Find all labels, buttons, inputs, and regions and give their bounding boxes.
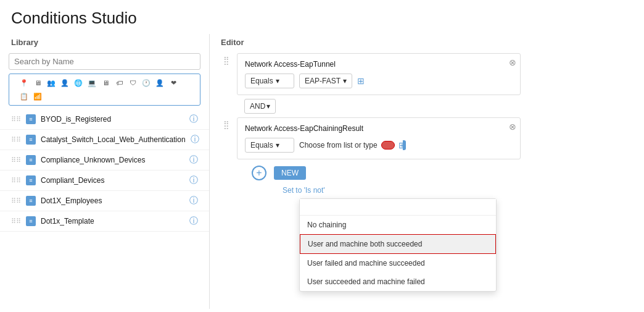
item-name-4: Compliant_Devices bbox=[41, 176, 184, 185]
clock-icon[interactable]: 🕐 bbox=[140, 77, 152, 89]
dropdown-item-2[interactable]: User and machine both succeeded bbox=[300, 234, 496, 254]
group-icon[interactable]: 👤 bbox=[59, 77, 71, 89]
desktop-icon[interactable]: 💻 bbox=[86, 77, 98, 89]
drag-handle-card-2[interactable]: ⣿ bbox=[221, 117, 232, 132]
dropdown-search-input[interactable] bbox=[300, 199, 496, 216]
close-card-1-button[interactable]: ⊗ bbox=[509, 57, 516, 67]
item-name-6: Dot1x_Template bbox=[41, 217, 184, 226]
dropdown-item-3[interactable]: User failed and machine succeeded bbox=[300, 254, 496, 272]
item-icon-1: ≡ bbox=[26, 114, 36, 124]
list-item[interactable]: ⠿⠿ ≡ Dot1x_Template ⓘ bbox=[0, 211, 209, 232]
dropdown-item-4[interactable]: User succeeded and machine failed bbox=[300, 272, 496, 291]
grid-icon-1[interactable]: ⊞ bbox=[357, 76, 365, 86]
item-name-5: Dot1X_Employees bbox=[41, 196, 184, 205]
set-is-not-link[interactable]: Set to 'Is not' bbox=[252, 186, 325, 195]
condition-2-attribute: Network Access-EapChainingResult bbox=[245, 124, 513, 133]
and-chevron-icon: ▾ bbox=[266, 102, 270, 111]
condition-2-operator-dropdown[interactable]: Equals ▾ bbox=[245, 138, 294, 153]
add-condition-row: + NEW bbox=[221, 166, 633, 180]
drag-handle-4[interactable]: ⠿⠿ bbox=[11, 177, 21, 185]
editor-content: ⣿ ⊗ Network Access-EapTunnel Equals ▾ EA… bbox=[221, 53, 633, 309]
dropdown-item-1[interactable]: No chaining bbox=[300, 216, 496, 234]
drag-handle-card-1[interactable]: ⣿ bbox=[221, 53, 232, 67]
users-icon[interactable]: 👥 bbox=[45, 77, 57, 89]
chevron-down-icon: ▾ bbox=[276, 77, 279, 85]
highlight-bar bbox=[403, 140, 406, 150]
item-info-6[interactable]: ⓘ bbox=[189, 216, 198, 227]
list-item[interactable]: ⠿⠿ ≡ Compliant_Devices ⓘ bbox=[0, 171, 209, 191]
person-icon[interactable]: 👤 bbox=[154, 77, 166, 89]
item-name-2: Catalyst_Switch_Local_Web_Authentication bbox=[41, 135, 186, 144]
choose-from-list-label: Choose from list or type bbox=[299, 141, 378, 150]
item-icon-3: ≡ bbox=[26, 155, 36, 165]
library-panel: Library 📍 🖥 👥 👤 🌐 💻 🖥 🏷 🛡 🕐 👤 ❤ 📋 📶 ⠿⠿ ≡… bbox=[0, 34, 210, 309]
drag-handle-1[interactable]: ⠿⠿ bbox=[11, 116, 21, 124]
drag-handle-2[interactable]: ⠿⠿ bbox=[11, 136, 21, 144]
list-item[interactable]: ⠿⠿ ≡ Catalyst_Switch_Local_Web_Authentic… bbox=[0, 130, 209, 150]
condition-card-1: ⊗ Network Access-EapTunnel Equals ▾ EAP-… bbox=[237, 53, 521, 95]
condition-1-attribute: Network Access-EapTunnel bbox=[245, 60, 513, 69]
operator-1-label: Equals bbox=[250, 77, 273, 85]
tag-icon[interactable]: 🏷 bbox=[113, 77, 125, 89]
cert-icon[interactable]: 📋 bbox=[18, 90, 30, 103]
list-item[interactable]: ⠿⠿ ≡ BYOD_is_Registered ⓘ bbox=[0, 109, 209, 130]
condition-row-2: ⣿ ⊗ Network Access-EapChainingResult Equ… bbox=[221, 117, 633, 159]
drag-handle-6[interactable]: ⠿⠿ bbox=[11, 217, 21, 226]
item-icon-4: ≡ bbox=[26, 175, 36, 185]
library-title: Library bbox=[0, 34, 209, 49]
and-label: AND bbox=[250, 102, 265, 111]
chevron-value-icon: ▾ bbox=[343, 77, 347, 85]
and-connector-button[interactable]: AND ▾ bbox=[244, 99, 276, 114]
chevron-down-icon-2: ▾ bbox=[276, 141, 279, 150]
library-list: ⠿⠿ ≡ BYOD_is_Registered ⓘ ⠿⠿ ≡ Catalyst_… bbox=[0, 109, 209, 309]
item-name-1: BYOD_is_Registered bbox=[41, 115, 184, 124]
value-1-label: EAP-FAST bbox=[305, 77, 341, 85]
search-input[interactable] bbox=[9, 53, 200, 70]
list-item[interactable]: ⠿⠿ ≡ Dot1X_Employees ⓘ bbox=[0, 191, 209, 211]
value-dropdown-overlay: No chaining User and machine both succee… bbox=[299, 198, 497, 292]
display-icon[interactable]: 🖥 bbox=[99, 77, 112, 89]
shield-icon[interactable]: 🛡 bbox=[126, 77, 139, 89]
condition-row-1: ⣿ ⊗ Network Access-EapTunnel Equals ▾ EA… bbox=[221, 53, 633, 95]
condition-1-operator-dropdown[interactable]: Equals ▾ bbox=[245, 74, 294, 88]
condition-2-row: Equals ▾ Choose from list or type ⊞ bbox=[245, 138, 513, 153]
cloud-sync-icon[interactable] bbox=[381, 141, 395, 150]
new-button[interactable]: NEW bbox=[274, 166, 306, 180]
item-icon-5: ≡ bbox=[26, 196, 36, 206]
drag-handle-5[interactable]: ⠿⠿ bbox=[11, 197, 21, 205]
editor-title: Editor bbox=[221, 34, 633, 53]
item-info-3[interactable]: ⓘ bbox=[189, 154, 198, 166]
heart-icon[interactable]: ❤ bbox=[167, 77, 180, 89]
wifi-icon[interactable]: 📶 bbox=[31, 90, 44, 103]
editor-panel: Editor ⣿ ⊗ Network Access-EapTunnel Equa… bbox=[210, 34, 644, 309]
condition-1-value: EAP-FAST ▾ bbox=[299, 74, 352, 88]
operator-2-label: Equals bbox=[250, 141, 273, 150]
item-info-1[interactable]: ⓘ bbox=[189, 114, 198, 125]
item-icon-2: ≡ bbox=[26, 135, 36, 145]
add-condition-button[interactable]: + bbox=[252, 166, 266, 180]
page-title: Conditions Studio bbox=[0, 0, 644, 34]
item-name-3: Compliance_Unknown_Devices bbox=[41, 156, 184, 164]
location-icon[interactable]: 📍 bbox=[18, 77, 30, 89]
item-info-2[interactable]: ⓘ bbox=[191, 134, 199, 145]
globe-icon[interactable]: 🌐 bbox=[72, 77, 85, 89]
monitor-icon[interactable]: 🖥 bbox=[31, 77, 44, 89]
icon-toolbar: 📍 🖥 👥 👤 🌐 💻 🖥 🏷 🛡 🕐 👤 ❤ 📋 📶 bbox=[9, 74, 200, 106]
condition-1-row: Equals ▾ EAP-FAST ▾ ⊞ bbox=[245, 74, 513, 88]
item-info-5[interactable]: ⓘ bbox=[189, 195, 198, 206]
condition-card-2: ⊗ Network Access-EapChainingResult Equal… bbox=[237, 117, 521, 159]
close-card-2-button[interactable]: ⊗ bbox=[509, 122, 516, 132]
item-info-4[interactable]: ⓘ bbox=[189, 175, 198, 186]
list-item[interactable]: ⠿⠿ ≡ Compliance_Unknown_Devices ⓘ bbox=[0, 150, 209, 171]
drag-handle-3[interactable]: ⠿⠿ bbox=[11, 156, 21, 164]
item-icon-6: ≡ bbox=[26, 216, 36, 226]
